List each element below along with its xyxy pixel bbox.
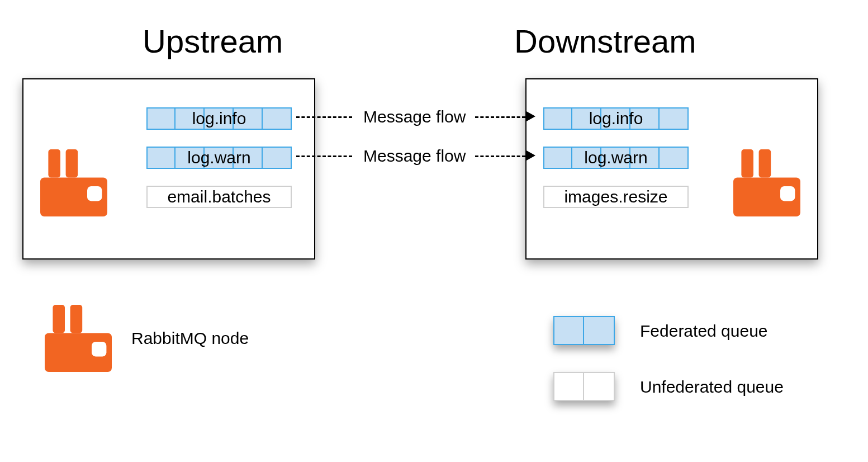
flow-dash-left-1 xyxy=(296,116,352,118)
downstream-title: Downstream xyxy=(514,22,696,60)
svg-rect-9 xyxy=(70,305,83,333)
downstream-queue-images-resize: images.resize xyxy=(543,186,689,208)
svg-rect-5 xyxy=(759,149,771,177)
svg-rect-11 xyxy=(92,342,106,356)
arrowhead-icon xyxy=(525,111,535,122)
downstream-queue-log-warn: log.warn xyxy=(543,147,689,169)
upstream-title: Upstream xyxy=(143,22,283,60)
svg-rect-1 xyxy=(66,149,78,177)
rabbitmq-logo-icon xyxy=(733,149,800,216)
downstream-node-box: log.info log.warn images.resize xyxy=(525,78,818,260)
rabbitmq-logo-icon xyxy=(40,149,107,216)
legend-unfederated-queue-icon xyxy=(553,372,615,401)
legend-federated-label: Federated queue xyxy=(640,322,768,341)
svg-rect-8 xyxy=(53,305,65,333)
upstream-queue-email-batches: email.batches xyxy=(146,186,292,208)
svg-rect-4 xyxy=(741,149,753,177)
upstream-queue-log-warn: log.warn xyxy=(146,147,292,169)
legend-unfederated-label: Unfederated queue xyxy=(640,378,784,397)
legend-rabbit-label: RabbitMQ node xyxy=(131,329,249,348)
upstream-queue-log-info: log.info xyxy=(146,107,292,130)
flow-dash-right-1 xyxy=(475,116,525,118)
svg-rect-0 xyxy=(48,149,60,177)
flow-dash-right-2 xyxy=(475,155,525,157)
rabbitmq-logo-icon xyxy=(45,305,112,372)
arrowhead-icon xyxy=(525,150,535,161)
downstream-queue-log-info: log.info xyxy=(543,107,689,130)
legend-federated-queue-icon xyxy=(553,316,615,345)
svg-rect-7 xyxy=(780,186,795,201)
flow-label-2: Message flow xyxy=(363,147,466,166)
flow-label-1: Message flow xyxy=(363,107,466,126)
upstream-node-box: log.info log.warn email.batches xyxy=(22,78,315,260)
flow-dash-left-2 xyxy=(296,155,352,157)
svg-rect-3 xyxy=(87,186,102,201)
